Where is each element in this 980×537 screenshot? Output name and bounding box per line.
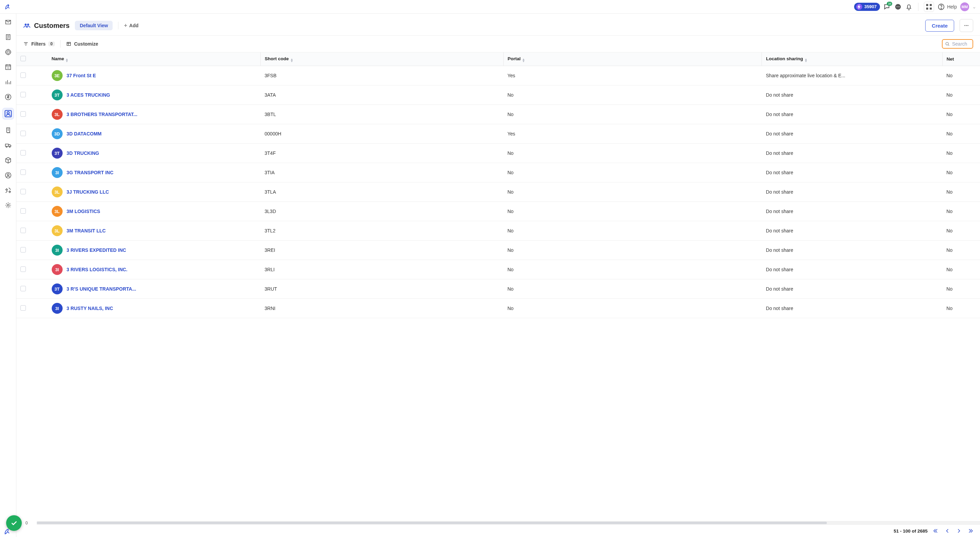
scrollbar-thumb[interactable]: [37, 522, 827, 524]
table-row[interactable]: 3T3 R'S UNIQUE TRANSPORTA...3RUTNoDo not…: [16, 279, 980, 299]
filters-label: Filters: [31, 41, 46, 47]
horizontal-scrollbar[interactable]: 0: [16, 521, 980, 524]
row-name-link[interactable]: 3 RIVERS LOGISTICS, INC.: [67, 267, 127, 272]
row-shortcode: 3TIA: [261, 163, 504, 182]
row-name-link[interactable]: 3 RIVERS EXPEDITED INC: [67, 247, 126, 253]
row-avatar: 3L: [52, 109, 63, 120]
col-net[interactable]: Net: [942, 53, 980, 66]
select-all-header[interactable]: [16, 53, 48, 66]
help-button[interactable]: Help: [937, 3, 957, 11]
sidebar-notes-icon[interactable]: [5, 33, 12, 41]
row-name-cell: 3I3 RIVERS LOGISTICS, INC.: [48, 260, 261, 279]
col-location[interactable]: Location sharing▴▾: [762, 53, 943, 66]
row-portal: No: [503, 143, 762, 163]
search-box[interactable]: [942, 39, 973, 49]
row-checkbox[interactable]: [16, 182, 48, 202]
row-checkbox[interactable]: [16, 105, 48, 124]
row-location: Do not share: [762, 260, 943, 279]
table-row[interactable]: 3L3M TRANSIT LLC3TL2NoDo not shareNo: [16, 221, 980, 241]
col-shortcode[interactable]: Short code▴▾: [261, 53, 504, 66]
floating-rocket-icon[interactable]: [3, 527, 11, 535]
messages-icon[interactable]: 38: [883, 3, 891, 11]
row-checkbox[interactable]: [16, 241, 48, 260]
chat-icon[interactable]: [894, 3, 902, 11]
row-name-link[interactable]: 3D DATACOMM: [67, 131, 102, 137]
row-checkbox[interactable]: [16, 202, 48, 221]
sidebar-customers-icon[interactable]: [3, 108, 14, 119]
customers-icon: [23, 22, 30, 29]
row-checkbox[interactable]: [16, 163, 48, 182]
table-row[interactable]: 3L3J TRUCKING LLC3TLANoDo not shareNo: [16, 182, 980, 202]
points-value: 35907: [864, 4, 877, 9]
sidebar-dollar-icon[interactable]: [5, 93, 12, 101]
row-name-link[interactable]: 3 BROTHERS TRANSPORTAT...: [67, 112, 137, 117]
prev-page-icon[interactable]: [944, 527, 951, 534]
row-name-link[interactable]: 3J TRUCKING LLC: [67, 189, 109, 194]
table-row[interactable]: 3I3 RIVERS LOGISTICS, INC.3RLINoDo not s…: [16, 260, 980, 279]
sidebar-box-icon[interactable]: [5, 156, 12, 164]
table-row[interactable]: 3I3G TRANSPORT INC3TIANoDo not shareNo: [16, 163, 980, 182]
row-net: No: [942, 124, 980, 143]
row-name-link[interactable]: 3 RUSTY NAILS, INC: [67, 306, 113, 311]
row-checkbox[interactable]: [16, 143, 48, 163]
customize-button[interactable]: Customize: [66, 41, 98, 47]
sidebar-truck-icon[interactable]: [5, 142, 12, 149]
table-row[interactable]: 3T3 ACES TRUCKING3ATANoDo not shareNo: [16, 85, 980, 105]
row-checkbox[interactable]: [16, 279, 48, 299]
col-name[interactable]: Name▴▾: [48, 53, 261, 66]
row-portal: Yes: [503, 66, 762, 85]
row-checkbox[interactable]: [16, 124, 48, 143]
sidebar-receipt-icon[interactable]: [5, 127, 12, 134]
svg-point-24: [7, 204, 9, 206]
create-button[interactable]: Create: [925, 20, 954, 32]
sidebar-user-icon[interactable]: [5, 172, 12, 179]
avatar[interactable]: MM: [960, 2, 969, 11]
row-checkbox[interactable]: [16, 299, 48, 318]
filters-button[interactable]: Filters 0: [23, 41, 55, 47]
sidebar-chart-icon[interactable]: [5, 78, 12, 86]
row-checkbox[interactable]: [16, 66, 48, 85]
row-name-link[interactable]: 3 R'S UNIQUE TRANSPORTA...: [67, 286, 137, 292]
row-name-cell: 3E37 Front St E: [48, 66, 261, 85]
sidebar-tools-icon[interactable]: [5, 186, 12, 194]
row-name-link[interactable]: 37 Front St E: [67, 73, 96, 78]
row-checkbox[interactable]: [16, 260, 48, 279]
next-page-icon[interactable]: [956, 527, 962, 534]
table-row[interactable]: 3I3 RIVERS EXPEDITED INC3REINoDo not sha…: [16, 241, 980, 260]
add-button[interactable]: + Add: [124, 22, 138, 29]
bell-icon[interactable]: [905, 3, 913, 11]
table-row[interactable]: 3D3D DATACOMM00000HYesDo not shareNo: [16, 124, 980, 143]
last-page-icon[interactable]: [967, 527, 974, 534]
points-pill[interactable]: 35907: [854, 3, 880, 11]
svg-point-29: [967, 25, 969, 26]
table-row[interactable]: 3L3 BROTHERS TRANSPORTAT...3BTLNoDo not …: [16, 105, 980, 124]
table-row[interactable]: 3T3D TRUCKING3T4FNoDo not shareNo: [16, 143, 980, 163]
table-row[interactable]: 3E37 Front St E3FSBYesShare approximate …: [16, 66, 980, 85]
logo-rocket-icon[interactable]: [4, 3, 11, 11]
search-input[interactable]: [952, 41, 969, 47]
sidebar-target-icon[interactable]: [5, 48, 12, 56]
row-location: Do not share: [762, 202, 943, 221]
table-row[interactable]: 3L3M LOGISTICS3L3DNoDo not shareNo: [16, 202, 980, 221]
row-name-link[interactable]: 3 ACES TRUCKING: [67, 92, 110, 98]
row-name-link[interactable]: 3D TRUCKING: [67, 150, 99, 156]
row-name-link[interactable]: 3M TRANSIT LLC: [67, 228, 106, 233]
sidebar-calendar-icon[interactable]: 31: [5, 63, 12, 71]
chevron-down-icon[interactable]: [972, 5, 976, 8]
row-portal: No: [503, 279, 762, 299]
row-location: Do not share: [762, 143, 943, 163]
apps-icon[interactable]: [924, 2, 934, 12]
more-button[interactable]: [959, 19, 973, 32]
table-row[interactable]: 3I3 RUSTY NAILS, INC3RNINoDo not shareNo: [16, 299, 980, 318]
row-name-cell: 3I3G TRANSPORT INC: [48, 163, 261, 182]
row-name-link[interactable]: 3G TRANSPORT INC: [67, 170, 114, 175]
first-page-icon[interactable]: [932, 527, 939, 534]
sidebar-settings-icon[interactable]: [5, 201, 12, 209]
row-name-link[interactable]: 3M LOGISTICS: [67, 209, 100, 214]
view-selector[interactable]: Default View: [75, 21, 113, 30]
row-checkbox[interactable]: [16, 221, 48, 241]
sidebar-inbox-icon[interactable]: [5, 18, 12, 26]
col-portal[interactable]: Portal▴▾: [503, 53, 762, 66]
row-checkbox[interactable]: [16, 85, 48, 105]
row-net: No: [942, 221, 980, 241]
